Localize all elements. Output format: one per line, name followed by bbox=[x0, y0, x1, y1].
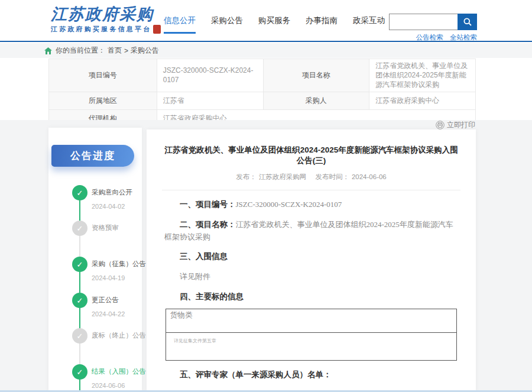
nav-purchase-services[interactable]: 购买服务 bbox=[258, 15, 290, 34]
breadcrumb-home[interactable]: 首页 bbox=[108, 46, 122, 56]
publisher: 江苏政府采购网 bbox=[259, 173, 307, 180]
seal-icon bbox=[153, 25, 161, 34]
subject-info-box: 货物类 详见征集文件第五章 bbox=[166, 309, 457, 361]
publisher-label: 发布： bbox=[236, 173, 257, 180]
announcement-title: 江苏省党政机关、事业单位及团体组织2024-2025年度新能源汽车框架协议采购入… bbox=[162, 145, 460, 166]
nav-service-guide[interactable]: 办事指南 bbox=[306, 15, 338, 34]
timeline-item-correction[interactable]: 更正公告 bbox=[92, 296, 119, 304]
section-project-name: 二、项目名称：江苏省党政机关、事业单位及团体组织2024-2025年度新能源汽车… bbox=[164, 219, 458, 242]
table-row: 所属地区 江苏省 采购人 江苏省政府采购中心 bbox=[49, 92, 476, 109]
print-button[interactable]: 立即打印 bbox=[436, 120, 475, 130]
region-value: 江苏省 bbox=[157, 92, 263, 109]
print-icon bbox=[436, 121, 445, 129]
check-icon bbox=[72, 364, 87, 380]
announcement-search-link[interactable]: 公告检索 bbox=[416, 34, 443, 41]
search-input[interactable] bbox=[389, 14, 458, 30]
section-project-number: 一、项目编号：JSZC-320000-SCZX-K2024-0107 bbox=[164, 199, 458, 210]
divider bbox=[162, 190, 460, 190]
publish-time-label: 发布时间： bbox=[315, 173, 349, 180]
check-icon bbox=[72, 221, 87, 236]
site-header: 江苏政府采购 江苏政府购买服务信息平台 信息公开 采购公告 购买服务 办事指南 … bbox=[0, 0, 532, 42]
project-number-value: JSZC-320000-SCZX-K2024-0107 bbox=[157, 59, 263, 92]
project-name-label: 项目名称 bbox=[263, 59, 369, 92]
check-icon bbox=[72, 257, 87, 272]
purchaser-value: 江苏省政府采购中心 bbox=[369, 92, 476, 109]
search-button[interactable] bbox=[458, 14, 477, 30]
project-number-label: 项目编号 bbox=[49, 59, 157, 92]
timeline-date: 2024-04-02 bbox=[92, 203, 125, 210]
site-logo[interactable]: 江苏政府采购 江苏政府购买服务信息平台 bbox=[51, 5, 161, 34]
timeline-item-result[interactable]: 结果（入围）公告 bbox=[92, 367, 146, 376]
timeline-item-prequalification[interactable]: 资格预审 bbox=[92, 223, 119, 232]
section-shortlist-heading: 三、入围信息 bbox=[164, 251, 458, 263]
search-bar bbox=[389, 14, 477, 30]
table-row: 项目编号 JSZC-320000-SCZX-K2024-0107 项目名称 江苏… bbox=[49, 59, 476, 92]
project-info-table: 项目编号 JSZC-320000-SCZX-K2024-0107 项目名称 江苏… bbox=[48, 59, 476, 128]
check-icon bbox=[72, 293, 87, 308]
breadcrumb: 你的当前位置： 首页 > 采购公告 bbox=[0, 43, 532, 58]
site-search-link[interactable]: 全站检索 bbox=[450, 34, 477, 41]
timeline-date: 2024-04-22 bbox=[92, 310, 125, 318]
breadcrumb-current[interactable]: 采购公告 bbox=[131, 46, 159, 56]
purchaser-label: 采购人 bbox=[263, 92, 369, 109]
publish-time: 2024-06-06 bbox=[352, 173, 387, 180]
timeline-item-termination[interactable]: 废标（终止）公告 bbox=[92, 331, 146, 340]
project-name-value: 江苏省党政机关、事业单位及团体组织2024-2025年度新能源汽车框架协议采购 bbox=[369, 59, 476, 92]
check-icon bbox=[72, 185, 87, 200]
breadcrumb-separator: > bbox=[124, 47, 128, 55]
progress-timeline: 采购意向公开 2024-04-02 资格预审 采购（征集）公告 2024-04-… bbox=[48, 128, 142, 392]
timeline-item-intent[interactable]: 采购意向公开 bbox=[92, 188, 132, 197]
logo-subtitle: 江苏政府购买服务信息平台 bbox=[51, 25, 151, 34]
page: 江苏政府采购 江苏政府购买服务信息平台 信息公开 采购公告 购买服务 办事指南 … bbox=[0, 0, 532, 392]
breadcrumb-prefix: 你的当前位置： bbox=[56, 46, 105, 56]
subject-category: 货物类 bbox=[166, 309, 456, 333]
section-shortlist-value: 详见附件 bbox=[164, 271, 458, 283]
nav-procurement-announcements[interactable]: 采购公告 bbox=[211, 15, 243, 34]
search-icon bbox=[463, 17, 472, 27]
logo-title: 江苏政府采购 bbox=[51, 5, 161, 23]
section-subject-heading: 四、主要标的信息 bbox=[164, 291, 458, 303]
search-links: 公告检索 全站检索 bbox=[389, 33, 477, 42]
print-label: 立即打印 bbox=[447, 120, 475, 130]
progress-sidebar: 公告进度 采购意向公开 2024-04-02 资格预审 采购（征集）公告 202… bbox=[48, 128, 142, 392]
nav-interaction[interactable]: 政采互动 bbox=[353, 15, 385, 34]
section-experts-heading: 五、评审专家（单一来源采购人员）名单： bbox=[164, 369, 458, 381]
announcement-meta: 发布：江苏政府采购网 发布时间：2024-06-06 bbox=[147, 173, 476, 182]
nav-info-disclosure[interactable]: 信息公开 bbox=[164, 15, 196, 34]
timeline-date: 2024-04-19 bbox=[92, 274, 125, 281]
timeline-date: 2024-06-06 bbox=[92, 382, 125, 389]
home-icon[interactable] bbox=[44, 47, 52, 54]
announcement-body: 一、项目编号：JSZC-320000-SCZX-K2024-0107 二、项目名… bbox=[164, 199, 458, 392]
check-icon bbox=[72, 328, 87, 344]
announcement-card: 江苏省党政机关、事业单位及团体组织2024-2025年度新能源汽车框架协议采购入… bbox=[147, 129, 476, 392]
region-label: 所属地区 bbox=[49, 92, 157, 109]
timeline-item-solicitation[interactable]: 采购（征集）公告 bbox=[92, 260, 146, 268]
subject-detail-note: 详见征集文件第五章 bbox=[166, 333, 456, 360]
